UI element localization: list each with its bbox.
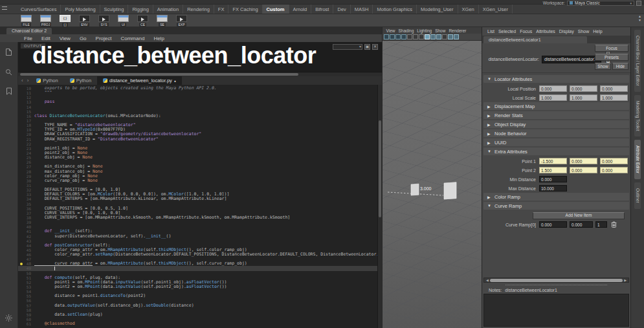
ae-menu-focus[interactable]: Focus: [518, 29, 534, 34]
ramp-field[interactable]: 0.000: [539, 221, 567, 228]
output-filter-dropdown[interactable]: [333, 44, 362, 50]
breakpoint-margin[interactable]: [18, 127, 24, 132]
charcoal-menu-edit[interactable]: Edit: [37, 36, 55, 41]
breakpoint-margin[interactable]: [18, 114, 24, 118]
breakpoint-margin[interactable]: [18, 308, 24, 312]
attribute-field[interactable]: -1.500: [539, 158, 567, 164]
charcoal-menu-command[interactable]: Command: [116, 36, 149, 41]
viewport-toolbar-icon-13[interactable]: [454, 34, 459, 39]
breakpoint-margin[interactable]: [18, 239, 24, 243]
section-header-render-stats[interactable]: ▶Render Stats: [483, 111, 629, 119]
breakpoint-margin[interactable]: [18, 118, 24, 123]
shelf-tab-modeling-user[interactable]: Modeling_User: [417, 5, 458, 14]
breakpoint-margin[interactable]: [18, 202, 24, 206]
viewport-toolbar-icon-1[interactable]: [384, 34, 389, 39]
shelf-tab-custom[interactable]: Custom: [263, 5, 289, 14]
horizontal-scrollbar[interactable]: [18, 72, 382, 76]
breakpoint-margin[interactable]: [18, 294, 24, 298]
breakpoint-margin[interactable]: [18, 252, 24, 257]
focus-button[interactable]: Focus: [595, 45, 628, 52]
breakpoint-margin[interactable]: [18, 234, 24, 239]
breakpoint-dot[interactable]: [18, 261, 24, 266]
attribute-field[interactable]: 1.500: [539, 167, 567, 173]
shelf-button-proj[interactable]: PROJ: [38, 15, 54, 27]
breakpoint-margin[interactable]: [18, 197, 24, 201]
attribute-field[interactable]: 1.000: [570, 94, 597, 101]
breakpoint-margin[interactable]: [18, 123, 24, 127]
viewport-menu-view[interactable]: View: [384, 28, 397, 33]
shelf-tab-sculpting[interactable]: Sculpting: [100, 5, 129, 14]
show-button[interactable]: Show: [595, 63, 611, 70]
node-tab[interactable]: distanceBetweenLocator1: [483, 36, 587, 43]
hide-button[interactable]: Hide: [612, 63, 628, 70]
shelf-button-env[interactable]: ENV: [76, 15, 93, 27]
resize-handle[interactable]: [505, 285, 607, 285]
shelf-tab-arnold[interactable]: Arnold: [289, 5, 312, 14]
viewport-menu-lighting[interactable]: Lighting: [416, 28, 434, 33]
viewport-toolbar-icon-8[interactable]: [425, 34, 430, 39]
breakpoint-margin[interactable]: [18, 215, 24, 220]
attribute-field[interactable]: 0.000: [570, 85, 597, 92]
sidebar-tab-channel-box-layer-editor[interactable]: Channel Box / Layer Editor: [634, 30, 640, 92]
attribute-field[interactable]: 0.000: [570, 167, 597, 173]
section-header-extra-attributes[interactable]: ▼Extra Attributes: [483, 148, 629, 155]
arrow-right-icon[interactable]: ▶: [623, 278, 628, 282]
section-header-uuid[interactable]: ▶UUID: [483, 138, 629, 146]
add-ramp-item-button[interactable]: Add New Item: [533, 212, 625, 219]
tab-forward-icon[interactable]: ›: [25, 76, 31, 85]
viewport-menu-renderer[interactable]: Renderer: [447, 28, 468, 33]
scrollbar-thumb[interactable]: [379, 120, 381, 217]
breakpoint-margin[interactable]: [18, 132, 24, 137]
breakpoint-margin[interactable]: [18, 312, 24, 317]
shelf-menu-icon[interactable]: [2, 6, 7, 10]
locator-plane-1[interactable]: [411, 184, 419, 195]
attribute-field[interactable]: 1.000: [600, 94, 628, 101]
shelf-tab-dev[interactable]: Dev: [333, 5, 350, 14]
breakpoint-margin[interactable]: [18, 317, 24, 322]
breakpoint-margin[interactable]: [18, 174, 24, 179]
shelf-tab-motion-graphics[interactable]: Motion Graphics: [373, 5, 417, 14]
bookmark-icon[interactable]: [6, 86, 12, 98]
breakpoint-margin[interactable]: [18, 285, 24, 289]
breakpoint-margin[interactable]: [18, 303, 24, 308]
breakpoint-margin[interactable]: [18, 271, 24, 276]
section-header-color-ramp[interactable]: ▶Color Ramp: [483, 193, 629, 201]
search-icon[interactable]: [5, 67, 12, 78]
trash-icon[interactable]: [611, 221, 617, 228]
breakpoint-margin[interactable]: [18, 137, 24, 142]
vertical-scrollbar[interactable]: [377, 85, 382, 328]
breakpoint-margin[interactable]: [18, 220, 24, 224]
breakpoint-margin[interactable]: [18, 276, 24, 280]
ae-menu-selected[interactable]: Selected: [496, 29, 518, 34]
breakpoint-margin[interactable]: [18, 266, 24, 270]
shelf-tab-xgen-user[interactable]: XGen_User: [479, 5, 513, 14]
breakpoint-margin[interactable]: [18, 155, 24, 160]
section-header-displacement-map[interactable]: ▶Displacement Map: [483, 102, 629, 110]
breakpoint-margin[interactable]: [18, 100, 24, 104]
breakpoint-margin[interactable]: [18, 151, 24, 155]
sidebar-tab-outliner[interactable]: Outliner: [634, 182, 640, 209]
attribute-field[interactable]: 0.000: [600, 85, 628, 92]
ae-menu-list[interactable]: List: [485, 29, 496, 34]
new-file-icon[interactable]: [5, 47, 12, 59]
breakpoint-margin[interactable]: [18, 298, 24, 303]
code-editor[interactable]: 10 exports to be ported, objects created…: [18, 85, 382, 328]
viewport-toolbar-icon-12[interactable]: [448, 34, 453, 39]
shelf-tab-curves-surfaces[interactable]: Curves/Surfaces: [17, 5, 61, 14]
viewport-toolbar-icon-11[interactable]: [442, 34, 447, 39]
shelf-button-ui[interactable]: UI: [115, 15, 131, 27]
charcoal-menu-project[interactable]: Project: [91, 36, 117, 41]
breakpoint-margin[interactable]: [18, 169, 24, 174]
viewport-toolbar-icon-3[interactable]: [395, 34, 401, 39]
locator-plane-2[interactable]: [444, 182, 456, 199]
viewport-toolbar-icon-5[interactable]: [407, 34, 412, 39]
breakpoint-margin[interactable]: [18, 91, 24, 95]
shelf-tab-rendering[interactable]: Rendering: [183, 5, 214, 14]
panel-toggle-icon[interactable]: [636, 1, 641, 6]
shelf-scroll-arrows[interactable]: ▲▼: [638, 15, 641, 22]
sidebar-tab-modeling-toolkit[interactable]: Modeling Toolkit: [634, 95, 640, 137]
scrollbar-thumb[interactable]: [20, 73, 298, 76]
breakpoint-margin[interactable]: [18, 142, 24, 146]
section-header-node-behavior[interactable]: ▶Node Behavior: [483, 129, 629, 137]
shelf-tab-mash[interactable]: MASH: [351, 5, 373, 14]
